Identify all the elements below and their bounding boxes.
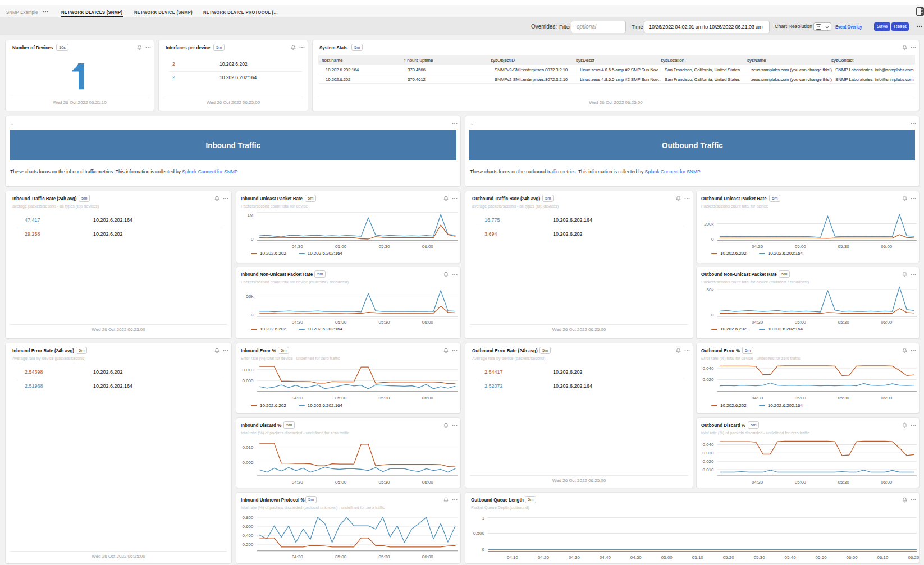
svg-text:1M: 1M xyxy=(247,213,253,218)
svg-text:06:00: 06:00 xyxy=(422,480,434,485)
svg-text:04:30: 04:30 xyxy=(752,320,763,325)
svg-text:04:30: 04:30 xyxy=(752,396,763,401)
svg-text:05:20: 05:20 xyxy=(723,555,735,560)
svg-text:0: 0 xyxy=(482,547,485,552)
svg-text:0.020: 0.020 xyxy=(702,377,714,382)
svg-text:06:00: 06:00 xyxy=(422,554,434,559)
svg-text:0.040: 0.040 xyxy=(702,442,714,447)
svg-text:05:30: 05:30 xyxy=(378,396,390,401)
svg-text:06:00: 06:00 xyxy=(881,480,893,485)
svg-text:04:20: 04:20 xyxy=(538,555,550,560)
svg-text:04:30: 04:30 xyxy=(752,244,763,249)
svg-text:04:30: 04:30 xyxy=(752,480,763,485)
svg-text:200k: 200k xyxy=(704,222,714,227)
svg-text:0.500: 0.500 xyxy=(473,531,485,536)
svg-text:05:00: 05:00 xyxy=(335,320,347,325)
svg-text:0: 0 xyxy=(711,237,714,242)
svg-text:04:40: 04:40 xyxy=(600,555,611,560)
svg-text:04:30: 04:30 xyxy=(292,396,304,401)
svg-text:05:40: 05:40 xyxy=(785,555,797,560)
svg-text:05:00: 05:00 xyxy=(335,480,347,485)
svg-text:1: 1 xyxy=(482,516,485,521)
svg-text:05:50: 05:50 xyxy=(816,555,827,560)
svg-text:05:00: 05:00 xyxy=(661,555,673,560)
svg-text:50k: 50k xyxy=(707,287,715,292)
svg-text:0: 0 xyxy=(251,313,254,318)
svg-text:05:00: 05:00 xyxy=(795,396,807,401)
svg-text:06:00: 06:00 xyxy=(422,396,434,401)
svg-text:05:30: 05:30 xyxy=(838,244,850,249)
svg-text:05:30: 05:30 xyxy=(378,244,390,249)
svg-text:04:30: 04:30 xyxy=(569,555,580,560)
svg-text:06:00: 06:00 xyxy=(422,244,434,249)
svg-text:04:30: 04:30 xyxy=(292,244,304,249)
svg-text:06:20: 06:20 xyxy=(908,555,919,560)
svg-text:0.010: 0.010 xyxy=(702,467,714,472)
svg-text:0.005: 0.005 xyxy=(242,378,254,383)
svg-text:05:10: 05:10 xyxy=(692,555,704,560)
svg-text:0.200: 0.200 xyxy=(242,542,254,547)
svg-text:05:30: 05:30 xyxy=(378,320,390,325)
svg-text:06:00: 06:00 xyxy=(881,396,893,401)
svg-text:05:30: 05:30 xyxy=(754,555,766,560)
svg-text:0.010: 0.010 xyxy=(242,368,254,373)
svg-text:05:00: 05:00 xyxy=(795,244,807,249)
svg-text:0: 0 xyxy=(711,313,714,318)
svg-text:0.400: 0.400 xyxy=(242,533,254,538)
svg-text:0.010: 0.010 xyxy=(242,445,254,450)
svg-text:05:00: 05:00 xyxy=(335,396,347,401)
svg-text:04:30: 04:30 xyxy=(292,554,304,559)
svg-text:05:00: 05:00 xyxy=(795,480,807,485)
svg-text:05:00: 05:00 xyxy=(795,320,807,325)
svg-text:05:00: 05:00 xyxy=(335,244,347,249)
svg-text:05:00: 05:00 xyxy=(335,554,347,559)
svg-text:04:30: 04:30 xyxy=(292,320,304,325)
svg-text:05:30: 05:30 xyxy=(838,480,850,485)
svg-text:0.030: 0.030 xyxy=(702,451,714,456)
svg-text:05:30: 05:30 xyxy=(378,480,390,485)
svg-text:0.040: 0.040 xyxy=(702,366,714,371)
svg-text:04:10: 04:10 xyxy=(507,555,519,560)
svg-text:0.005: 0.005 xyxy=(242,460,254,465)
svg-text:06:00: 06:00 xyxy=(881,244,893,249)
svg-text:50k: 50k xyxy=(246,294,254,299)
svg-text:0.020: 0.020 xyxy=(702,459,714,464)
svg-text:0: 0 xyxy=(251,237,254,242)
svg-text:04:50: 04:50 xyxy=(630,555,642,560)
svg-text:0.800: 0.800 xyxy=(242,515,254,520)
svg-text:05:30: 05:30 xyxy=(838,396,850,401)
svg-text:04:30: 04:30 xyxy=(292,480,304,485)
svg-text:05:30: 05:30 xyxy=(838,320,850,325)
svg-text:06:00: 06:00 xyxy=(422,320,434,325)
svg-text:05:30: 05:30 xyxy=(378,554,390,559)
svg-text:0.600: 0.600 xyxy=(242,524,254,529)
svg-text:06:00: 06:00 xyxy=(881,320,893,325)
svg-text:06:00: 06:00 xyxy=(847,555,858,560)
svg-text:06:10: 06:10 xyxy=(877,555,889,560)
